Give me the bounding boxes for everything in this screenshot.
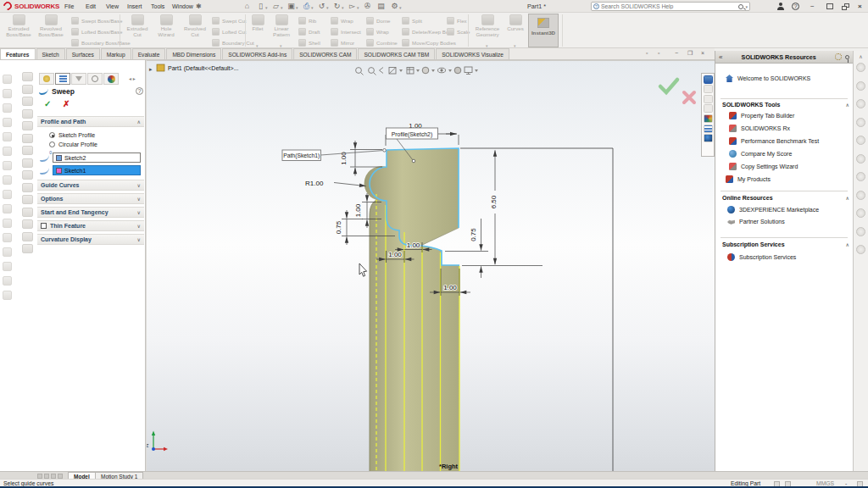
viewport-close-icon[interactable]: × — [701, 50, 704, 56]
open-file-caret[interactable]: ▾ — [281, 5, 283, 10]
toolbar-icon[interactable] — [3, 262, 12, 271]
toolbar-icon[interactable] — [856, 172, 865, 181]
section-options[interactable]: Options∨ — [37, 193, 144, 204]
taskpane-pin-icon[interactable] — [845, 55, 849, 59]
tab-evaluate[interactable]: Evaluate — [132, 48, 166, 59]
move-copy-bodies-button[interactable]: Move/Copy Bodies — [402, 37, 456, 48]
toolbar-icon[interactable] — [22, 208, 33, 217]
dim-radius[interactable]: R1.00 — [305, 180, 324, 187]
toolbar-icon[interactable] — [22, 219, 33, 229]
partner-solutions-link[interactable]: Partner Solutions — [727, 218, 785, 225]
new-file-icon[interactable]: ▯ — [256, 2, 265, 11]
toolbar-icon[interactable] — [3, 276, 12, 286]
tab-nav-last[interactable] — [58, 474, 63, 479]
search-caret-icon[interactable]: ▾ — [745, 4, 748, 9]
redo-caret[interactable]: ▾ — [342, 5, 344, 10]
tree-expand-icon[interactable]: ▸ — [149, 66, 153, 72]
my-products-link[interactable]: My Products — [726, 175, 771, 183]
settings-caret-icon[interactable] — [475, 69, 478, 72]
path-callout-label[interactable]: Path(Sketch1) — [283, 152, 320, 159]
open-file-icon[interactable]: ▱ — [271, 2, 281, 11]
profile-selection-box[interactable]: Sketch2 — [53, 152, 141, 163]
home-icon[interactable]: ⌂ — [242, 2, 252, 11]
online-section-header[interactable]: Online Resources∧ — [722, 195, 849, 201]
close-button[interactable]: × — [858, 3, 862, 10]
menu-window[interactable]: Window — [172, 3, 193, 9]
dim-mid-a[interactable]: 1.00 — [388, 251, 402, 258]
pm-help-icon[interactable]: ? — [136, 87, 143, 95]
toolbar-icon[interactable] — [3, 219, 12, 228]
section-caret-icon[interactable] — [399, 69, 403, 72]
tab-addins[interactable]: SOLIDWORKS Add-Ins — [222, 48, 292, 59]
thin-feature-checkbox[interactable] — [41, 223, 47, 229]
menu-tools[interactable]: Tools — [151, 3, 164, 9]
menu-edit[interactable]: Edit — [86, 3, 96, 9]
save-icon[interactable]: ▣ — [287, 2, 296, 11]
tab-mbd-dimensions[interactable]: MBD Dimensions — [166, 48, 221, 59]
toolbar-icon[interactable] — [22, 170, 33, 180]
new-file-caret[interactable]: ▾ — [265, 5, 268, 10]
property-tab-builder-link[interactable]: Property Tab Builder — [729, 112, 794, 119]
hole-wizard-button[interactable]: Hole Wizard — [153, 14, 180, 38]
toolbar-icon[interactable] — [3, 190, 12, 199]
dim-left-mid[interactable]: 1.00 — [354, 203, 362, 217]
mirror-button[interactable]: Mirror — [331, 37, 354, 48]
intersect-button[interactable]: Intersect — [331, 26, 361, 37]
tree-part-label[interactable]: Part1 (Default<<Default>... — [168, 65, 239, 72]
compare-score-link[interactable]: Compare My Score — [729, 150, 792, 158]
rebuild-icon[interactable]: ✇ — [363, 2, 372, 11]
restore-button[interactable] — [842, 3, 849, 10]
combine-button[interactable]: Combine — [366, 37, 398, 48]
toolbar-icon[interactable] — [856, 227, 865, 236]
pm-cancel-button[interactable]: ✗ — [63, 99, 70, 108]
appearances-tab-icon[interactable] — [704, 114, 713, 123]
layout-button[interactable] — [826, 3, 833, 9]
tab-surfaces[interactable]: Surfaces — [66, 48, 100, 59]
subscription-section-header[interactable]: Subscription Services∧ — [722, 241, 849, 247]
copy-settings-link[interactable]: Copy Settings Wizard — [729, 163, 798, 170]
toolbar-icon[interactable] — [22, 97, 33, 106]
toolbar-icon[interactable] — [856, 245, 865, 254]
fillet-button[interactable]: Fillet — [248, 14, 268, 32]
revolved-cut-button[interactable]: Revolved Cut — [181, 14, 209, 38]
search-input[interactable] — [601, 3, 737, 9]
tab-filter-icon[interactable] — [71, 73, 86, 85]
help-search[interactable]: ? ▾ — [591, 2, 750, 11]
toolbar-icon[interactable] — [3, 147, 12, 156]
section-curvature[interactable]: Curvature Display∨ — [37, 234, 144, 245]
units-caret[interactable]: - — [845, 480, 847, 486]
ribbon-collapse-icon[interactable]: ∧ — [854, 53, 868, 59]
zoom-fit-icon[interactable] — [356, 68, 364, 75]
print-caret[interactable]: ▾ — [311, 5, 314, 10]
toolbar-icon[interactable] — [856, 63, 865, 72]
tools-section-header[interactable]: SOLIDWORKS Tools∧ — [722, 102, 849, 108]
toolbar-icon[interactable] — [3, 161, 12, 170]
rib-button[interactable]: Rib — [298, 15, 316, 26]
confirm-ok-button[interactable] — [660, 80, 677, 92]
search-icon[interactable] — [738, 4, 743, 9]
pm-tab-scroll-arrows[interactable]: ◂ ▸ — [129, 75, 136, 81]
toolbar-icon[interactable] — [3, 204, 12, 214]
design-library-tab-icon[interactable] — [704, 85, 713, 93]
tab-sketch[interactable]: Sketch — [36, 48, 65, 59]
wrap2-button[interactable]: Wrap — [366, 26, 389, 37]
instant3d-button[interactable]: Instant3D — [528, 14, 559, 47]
boundary-boss-button[interactable]: Boundary Boss/Base — [71, 37, 131, 48]
file-explorer-tab-icon[interactable] — [704, 95, 713, 103]
linear-pattern-button[interactable]: Linear Pattern — [270, 14, 293, 38]
toolbar-icon[interactable] — [3, 175, 12, 185]
display-style-icon[interactable] — [422, 67, 429, 74]
extruded-cut-button[interactable]: Extruded Cut — [124, 14, 151, 38]
toolbar-icon[interactable] — [22, 146, 33, 155]
print-icon[interactable]: ⎙ — [302, 2, 311, 11]
revolved-boss-button[interactable]: Revolved Boss/Base — [36, 14, 66, 38]
custom-properties-tab-icon[interactable] — [704, 125, 713, 133]
profile-callout-label[interactable]: Profile(Sketch2) — [392, 131, 432, 138]
redo-icon[interactable]: ↻ — [332, 2, 342, 11]
toolbar-icon[interactable] — [22, 244, 33, 253]
toolbar-icon[interactable] — [22, 85, 33, 94]
viewport-next-icon[interactable]: ▫ — [658, 50, 659, 56]
toolbar-icon[interactable] — [22, 134, 33, 143]
menu-insert[interactable]: Insert — [127, 3, 142, 9]
toolbar-icon[interactable] — [3, 103, 12, 113]
